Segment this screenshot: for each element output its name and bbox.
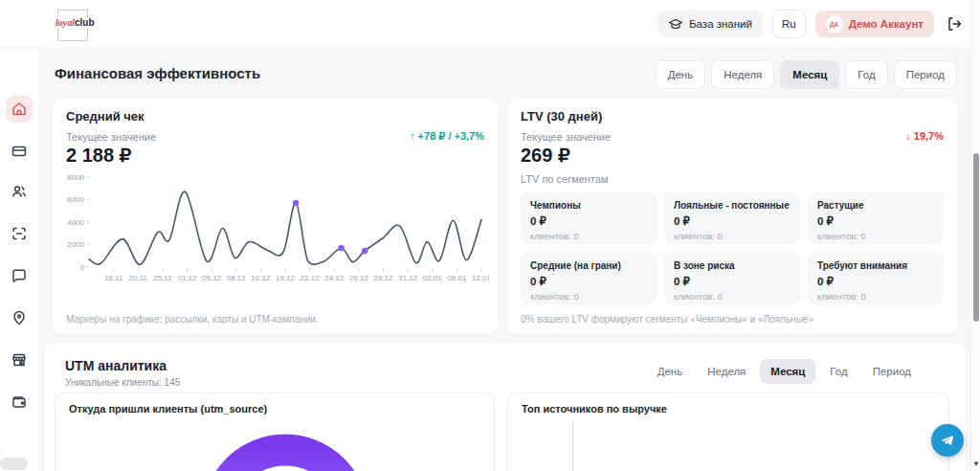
- ltv-current-label: Текущее значение: [521, 131, 611, 143]
- credit-card-icon: [11, 143, 28, 160]
- segment-loyal: Лояльные - постоянные 0 ₽ клиентов: 0: [664, 191, 800, 244]
- utm-analytics-section: UTM аналитика Уникальные клиенты: 145 Де…: [44, 343, 966, 471]
- page-title: Финансовая эффективность: [55, 65, 260, 81]
- top-right-cluster: База знаний Ru ДА Демо Аккаунт: [657, 11, 965, 37]
- logout-icon: [946, 15, 963, 33]
- dashboard: loyalclub База знаний Ru ДА Демо Аккаунт: [0, 0, 980, 471]
- svg-text:2000: 2000: [67, 240, 84, 249]
- average-check-delta: ↑ +78 ₽ / +3,7%: [410, 130, 484, 143]
- bar-chart-axis: [572, 420, 573, 471]
- horizontal-scrollbar-thumb[interactable]: [0, 458, 28, 470]
- ltv-footnote: 0% вашего LTV формируют сегменты «Чемпио…: [521, 314, 813, 325]
- language-button[interactable]: Ru: [772, 10, 806, 38]
- sidebar-item-cards[interactable]: [6, 138, 33, 165]
- knowledge-base-button[interactable]: База знаний: [657, 11, 763, 37]
- ltv-segments-grid: Чемпионы 0 ₽ клиентов: 0 Лояльные - пост…: [521, 191, 944, 304]
- utm-revenue-card: Топ источников по выручке: [507, 392, 949, 471]
- sidebar-item-locations[interactable]: [6, 304, 33, 331]
- svg-text:06.01: 06.01: [447, 274, 467, 282]
- utm-tab-year[interactable]: Год: [819, 359, 858, 384]
- period-year-button[interactable]: Год: [845, 60, 887, 89]
- sidebar-item-shop[interactable]: [6, 347, 33, 373]
- utm-tab-month[interactable]: Месяц: [760, 359, 815, 384]
- logo-part1: loyal: [56, 17, 75, 28]
- chat-icon: [11, 267, 28, 284]
- svg-text:19.12: 19.12: [276, 274, 296, 282]
- vertical-scrollbar-thumb[interactable]: [973, 153, 979, 322]
- ltv-delta: ↓ 19,7%: [905, 130, 944, 142]
- segment-at-risk: В зоне риска 0 ₽ клиентов: 0: [664, 252, 800, 304]
- sidebar: [0, 48, 38, 471]
- top-bar: loyalclub База знаний Ru ДА Демо Аккаунт: [0, 0, 980, 49]
- svg-text:02.01: 02.01: [423, 274, 443, 282]
- segment-growing: Растущие 0 ₽ клиентов: 0: [808, 191, 944, 244]
- svg-text:26.12: 26.12: [349, 274, 369, 282]
- account-button[interactable]: ДА Демо Аккаунт: [815, 11, 934, 37]
- chart-markers-note: Маркеры на графике: рассылки, карты и UT…: [66, 314, 319, 325]
- ltv-segments-label: LTV по сегментам: [521, 173, 609, 185]
- logo-text: loyalclub: [54, 17, 97, 28]
- location-pin-icon: [11, 309, 28, 326]
- period-custom-button[interactable]: Период: [894, 60, 957, 89]
- shop-icon: [11, 351, 28, 369]
- vertical-scrollbar: ▼: [970, 0, 980, 471]
- svg-text:31.12: 31.12: [398, 274, 418, 282]
- segment-average: Средние (на грани) 0 ₽ клиентов: 0: [521, 252, 657, 304]
- utm-unique-clients: Уникальные клиенты: 145: [65, 377, 180, 388]
- svg-text:18.11: 18.11: [104, 274, 123, 282]
- home-icon: [11, 101, 28, 118]
- svg-text:08.12: 08.12: [227, 274, 247, 282]
- svg-text:29.12: 29.12: [373, 274, 393, 282]
- utm-source-card: Откуда пришли клиенты (utm_source): [55, 392, 495, 471]
- utm-tab-custom[interactable]: Период: [862, 359, 922, 384]
- segment-champions: Чемпионы 0 ₽ клиентов: 0: [521, 191, 657, 244]
- language-label: Ru: [782, 18, 796, 30]
- ltv-card: LTV (30 дней) Текущее значение ↓ 19,7% 2…: [507, 99, 957, 335]
- sidebar-item-clients[interactable]: [6, 178, 33, 205]
- svg-text:20.11: 20.11: [129, 274, 148, 282]
- wallet-icon: [11, 393, 28, 411]
- period-day-button[interactable]: День: [656, 60, 706, 89]
- ltv-title: LTV (30 дней): [521, 109, 602, 123]
- sidebar-item-wallet[interactable]: [6, 389, 33, 415]
- utm-tab-day[interactable]: День: [647, 359, 694, 384]
- segment-need-attention: Требуют внимания 0 ₽ клиентов: 0: [808, 252, 944, 304]
- graduation-cap-icon: [668, 17, 683, 31]
- utm-source-title: Откуда пришли клиенты (utm_source): [69, 403, 267, 415]
- period-week-button[interactable]: Неделя: [711, 60, 774, 89]
- scan-icon: [11, 225, 28, 242]
- current-value-label: Текущее значение: [66, 131, 156, 143]
- average-check-card: Средний чек Текущее значение ↑ +78 ₽ / +…: [53, 99, 498, 335]
- utm-tab-week[interactable]: Неделя: [697, 359, 756, 384]
- svg-text:25.11: 25.11: [153, 274, 172, 282]
- logout-button[interactable]: [944, 13, 965, 34]
- svg-text:01.12: 01.12: [177, 274, 197, 282]
- utm-period-tabs: День Неделя Месяц Год Период: [647, 359, 922, 384]
- telegram-icon: [939, 432, 956, 449]
- average-check-line-chart: 0200040006000800018.1120.1125.1101.1205.…: [64, 171, 489, 298]
- period-filter: День Неделя Месяц Год Период: [656, 60, 957, 89]
- sidebar-item-scan[interactable]: [6, 220, 33, 247]
- logo-part2: club: [75, 17, 95, 28]
- svg-text:4000: 4000: [67, 218, 84, 227]
- svg-text:24.12: 24.12: [324, 274, 345, 282]
- svg-text:8000: 8000: [67, 173, 84, 182]
- telegram-button[interactable]: [931, 424, 964, 457]
- svg-text:10.12: 10.12: [251, 274, 271, 282]
- period-month-button[interactable]: Месяц: [780, 60, 839, 89]
- scrollbar-down-arrow[interactable]: ▼: [971, 459, 980, 470]
- svg-text:6000: 6000: [67, 195, 84, 204]
- average-check-title: Средний чек: [66, 109, 145, 123]
- sidebar-item-home[interactable]: [6, 96, 33, 123]
- svg-text:12.01: 12.01: [472, 274, 489, 282]
- utm-title: UTM аналитика: [65, 358, 167, 373]
- svg-text:05.12: 05.12: [202, 274, 222, 282]
- svg-text:22.12: 22.12: [301, 274, 321, 282]
- account-name: Демо Аккаунт: [849, 18, 924, 30]
- users-icon: [11, 183, 28, 200]
- sidebar-item-chat[interactable]: [6, 262, 33, 289]
- avatar: ДА: [826, 15, 843, 33]
- svg-text:0: 0: [80, 263, 85, 272]
- ltv-value: 269 ₽: [521, 144, 570, 167]
- knowledge-base-label: База знаний: [689, 18, 752, 30]
